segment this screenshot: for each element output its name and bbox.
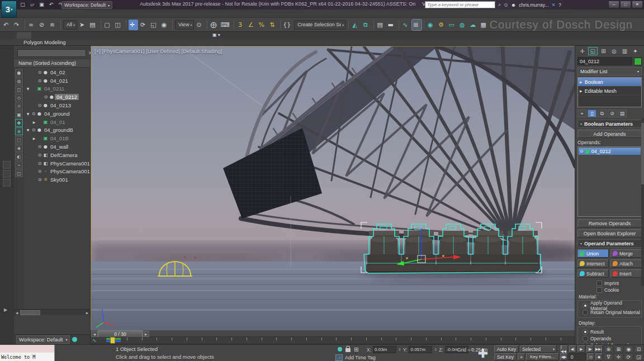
ribbon-tab-object-paint[interactable]	[60, 32, 75, 39]
scene-item-04_01B[interactable]: ▶ ▣ 04_01B	[24, 134, 90, 142]
large-plus-button[interactable]: ✚	[474, 346, 492, 360]
edit-named-sets-icon[interactable]: {}	[283, 20, 293, 30]
workspace-indicator-icon[interactable]	[72, 337, 77, 342]
dock-handle[interactable]	[3, 161, 11, 169]
workspace-dropdown[interactable]: Workspace: Default ▾	[16, 335, 70, 344]
scene-item-04_021[interactable]: ⊙ ● 04_021	[24, 77, 90, 85]
render-production-icon[interactable]: ◍	[458, 20, 468, 30]
toolbar-icon[interactable]	[126, 20, 126, 29]
x-coordinate-field[interactable]: 0.03m	[373, 346, 396, 353]
toolbar-icon[interactable]	[25, 20, 25, 29]
zoom-all-icon[interactable]: ⊞	[614, 345, 623, 353]
display-shapes-icon[interactable]: ◇	[15, 94, 23, 102]
go-to-end-button[interactable]: ▶▶|	[595, 345, 603, 353]
close-button[interactable]: ✕	[632, 1, 643, 8]
toolbar-icon[interactable]	[172, 20, 173, 29]
key-mode-toggle-icon[interactable]: ◀▶	[560, 353, 567, 360]
retain-original-material-radio[interactable]: Retain Original Material	[583, 309, 640, 315]
render-presets-icon[interactable]: ▦	[480, 20, 489, 30]
cookie-checkbox[interactable]: Cookie	[596, 287, 642, 293]
visibility-eye-icon[interactable]: ⊙	[37, 103, 42, 108]
scene-item-sky001[interactable]: ⊙ ☼ Sky001	[24, 175, 90, 184]
new-key-icon[interactable]: »	[518, 353, 525, 360]
scene-item-04_wall[interactable]: ⊙ ● 04_wall	[24, 142, 90, 151]
fov-icon[interactable]: ∇	[604, 353, 613, 360]
track-bar[interactable]: ∿	[91, 337, 576, 344]
curve-editor-icon[interactable]: ∿	[401, 20, 411, 30]
maxscript-mini-listener[interactable]: Welcome to M	[0, 345, 55, 361]
display-lights-icon[interactable]: ☼	[15, 102, 23, 110]
panel-tab-modify[interactable]: ◱	[588, 47, 598, 55]
go-to-start-button[interactable]: |◀◀	[560, 345, 568, 353]
apply-operand-material-radio[interactable]: Apply Operand Material	[583, 302, 640, 308]
display-materials-icon[interactable]: ◐	[15, 153, 23, 160]
rectangular-selection-icon[interactable]: ▢	[103, 20, 113, 30]
app-logo-button[interactable]: 3▾	[1, 1, 17, 18]
display-geometry-icon[interactable]: ◻	[15, 86, 23, 93]
radio-icon[interactable]	[583, 329, 588, 335]
align-icon[interactable]: ⧉	[362, 20, 371, 30]
scene-item-04_0213[interactable]: ⊙ ● 04_0213	[24, 101, 90, 110]
scrollbar-thumb[interactable]	[641, 123, 644, 184]
absolute-mode-icon[interactable]: ⊞	[354, 346, 358, 353]
display-bones-icon[interactable]: ⌁	[15, 161, 23, 169]
ribbon-tab-populate[interactable]	[75, 32, 89, 39]
operands-radio[interactable]: Operands	[583, 335, 640, 341]
scene-item-04_02[interactable]: ⊙ ● 04_02	[24, 68, 90, 77]
add-operands-button[interactable]: Add Operands	[577, 130, 642, 138]
current-frame-marker[interactable]	[110, 337, 115, 344]
insert-button[interactable]: Insert	[610, 269, 642, 278]
pan-icon[interactable]: ✛	[614, 353, 623, 360]
open-file-icon[interactable]: ▱	[29, 1, 36, 8]
visibility-eye-icon[interactable]: ⊙	[43, 94, 49, 99]
expand-arrow-icon[interactable]: ▶	[4, 307, 7, 312]
window-crossing-icon[interactable]: ◫	[114, 20, 124, 30]
percent-snap-icon[interactable]: %	[258, 20, 267, 30]
expand-arrow-icon[interactable]: ▼	[25, 87, 31, 91]
visibility-eye-icon[interactable]: ⊙	[37, 177, 42, 182]
display-all-icon[interactable]: ●	[15, 69, 23, 77]
minimize-button[interactable]: ─	[608, 1, 619, 8]
help-icon[interactable]: ?	[558, 2, 561, 8]
spinner-icon[interactable]: ⇕	[398, 348, 401, 352]
operand-parameters-rollout[interactable]: ▾ Operand Parameters	[577, 239, 642, 248]
toolbar-icon[interactable]	[101, 20, 101, 29]
radio-icon[interactable]	[583, 303, 588, 308]
layer-explorer-icon[interactable]: ▤	[376, 20, 386, 30]
signed-in-user[interactable]: chris.murray...	[519, 2, 548, 8]
visibility-eye-icon[interactable]: ⊙	[37, 144, 42, 149]
select-and-move-icon[interactable]: ✛	[129, 20, 138, 30]
radio-icon[interactable]	[583, 310, 588, 315]
explorer-sort-header[interactable]: Name (Sorted Ascending)	[14, 59, 90, 68]
display-cameras-icon[interactable]: ▣	[15, 111, 23, 118]
scene-item-04_0211[interactable]: ▼ ▣ 04_0211	[24, 85, 90, 93]
panel-tab-utilities[interactable]: ✦	[631, 47, 640, 55]
search-input[interactable]	[425, 1, 495, 8]
visibility-eye-icon[interactable]: ⊙	[37, 70, 42, 75]
render-in-cloud-icon[interactable]: ☁	[469, 20, 479, 30]
dock-handle[interactable]	[3, 179, 11, 187]
polygon-modeling-panel-label[interactable]: Polygon Modeling	[23, 39, 66, 45]
operands-list[interactable]: ⊙ 04_0212	[577, 146, 642, 217]
exchange-apps-icon[interactable]: ✕	[551, 2, 556, 8]
snap-toggle-3d-icon[interactable]: 3	[236, 20, 246, 30]
toolbar-icon[interactable]	[424, 20, 424, 29]
toolbar-icon[interactable]	[280, 20, 281, 29]
expand-arrow-icon[interactable]: ▼	[25, 112, 31, 116]
expand-arrow-icon[interactable]: ▼	[25, 128, 31, 132]
display-xrefs-icon[interactable]: ◈	[15, 144, 23, 152]
display-containers-icon[interactable]: ▢	[15, 169, 23, 177]
render-setup-icon[interactable]: ⚙	[437, 20, 447, 30]
scene-item-04_groundB[interactable]: ▼ ⊙ ● 04_groundB	[24, 126, 90, 135]
angle-snap-icon[interactable]: ∠	[247, 20, 257, 30]
intersect-button[interactable]: Intersect	[577, 259, 609, 268]
merge-button[interactable]: Merge	[610, 249, 642, 258]
current-frame-field[interactable]: 0	[569, 353, 586, 360]
frame-back-icon[interactable]: ◀	[91, 331, 98, 337]
schematic-view-icon[interactable]: ⊞	[412, 20, 422, 30]
attach-button[interactable]: Attach	[610, 259, 642, 268]
isolate-selection-icon[interactable]	[338, 347, 342, 352]
display-none-icon[interactable]: ◍	[15, 77, 23, 85]
open-boolean-explorer-button[interactable]: Open Boolean Explorer	[577, 229, 642, 238]
named-sets-dropdown[interactable]: Create Selection Se▾	[294, 20, 346, 30]
